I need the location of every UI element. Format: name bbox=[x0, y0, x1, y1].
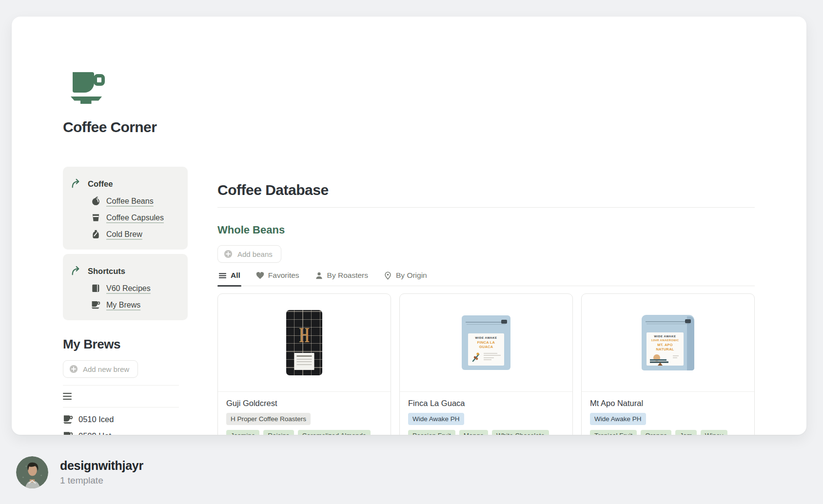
map-pin-icon bbox=[384, 271, 392, 280]
tab-label: By Origin bbox=[396, 271, 427, 280]
bean-card-grid: H Guji Goldcrest H Proper Coffee Roaster… bbox=[217, 293, 755, 435]
template-preview-panel: Coffee Corner Coffee bbox=[12, 17, 806, 435]
flavor-tag: Tropical Fruit bbox=[590, 430, 637, 435]
drag-handle-icon[interactable] bbox=[63, 393, 72, 400]
bag-label bbox=[294, 353, 314, 370]
cold-brew-bottle-icon bbox=[91, 230, 100, 239]
flavor-tag-row: Tropical Fruit Orange Jam Winey bbox=[590, 430, 746, 435]
bag-name: FINCA LA GUACA bbox=[470, 340, 502, 349]
section-label: Shortcuts bbox=[88, 267, 125, 276]
bag-label: WIDE AWAKE 12HR ANAEROBIC MT. APO NATURA… bbox=[647, 332, 684, 366]
tab-by-roasters[interactable]: By Roasters bbox=[314, 271, 369, 286]
flavor-tag-row: Jasmine Raisins Caramelized Almonds bbox=[226, 430, 382, 435]
tab-favorites[interactable]: Favorites bbox=[255, 271, 300, 286]
roaster-tag-row: H Proper Coffee Roasters bbox=[226, 413, 382, 425]
sidebar-link-label: Coffee Beans bbox=[106, 197, 154, 206]
plus-icon bbox=[69, 365, 78, 373]
product-image: WIDE AWAKE FINCA LA GUACA bbox=[400, 294, 572, 392]
workspace-title: Coffee Corner bbox=[63, 119, 191, 136]
bag-monogram: H bbox=[286, 323, 322, 348]
brew-entry-0509-hot[interactable]: 0509 Hot bbox=[63, 431, 191, 435]
view-tabs: All Favorites By Roasters bbox=[217, 271, 755, 286]
coffee-card-mt-apo-natural[interactable]: WIDE AWAKE 12HR ANAEROBIC MT. APO NATURA… bbox=[581, 293, 755, 435]
card-body: Guji Goldcrest H Proper Coffee Roasters … bbox=[218, 392, 391, 435]
card-body: Finca La Guaca Wide Awake PH Passion Fru… bbox=[400, 392, 572, 435]
add-new-brew-label: Add new brew bbox=[83, 365, 129, 373]
curved-arrow-icon bbox=[71, 178, 81, 189]
flavor-tag: Jasmine bbox=[226, 430, 259, 435]
coffee-cup-icon bbox=[91, 300, 100, 310]
coffee-cup-icon bbox=[63, 415, 73, 424]
sidebar-link-label: Coffee Capsules bbox=[106, 213, 164, 222]
flavor-tag: Winey bbox=[701, 430, 728, 435]
bag-brand: WIDE AWAKE bbox=[470, 336, 502, 339]
sidebar-link-coffee-capsules[interactable]: Coffee Capsules bbox=[91, 213, 180, 222]
sidebar-section-coffee: Coffee Coffee Beans bbox=[63, 167, 188, 250]
avatar[interactable] bbox=[16, 456, 48, 488]
sidebar-link-coffee-beans[interactable]: Coffee Beans bbox=[91, 196, 180, 206]
bag-subtitle: 12HR ANAEROBIC bbox=[648, 339, 682, 342]
brew-entry-label: 0510 Iced bbox=[78, 415, 114, 424]
sidebar-link-my-brews[interactable]: My Brews bbox=[91, 300, 180, 310]
flavor-tag: Mango bbox=[459, 430, 488, 435]
bag-illustration bbox=[648, 353, 682, 366]
flavor-tag: Caramelized Almonds bbox=[298, 430, 371, 435]
coffee-bean-icon bbox=[91, 196, 100, 206]
coffee-card-finca-la-guaca[interactable]: WIDE AWAKE FINCA LA GUACA bbox=[399, 293, 573, 435]
coffee-card-guji-goldcrest[interactable]: H Guji Goldcrest H Proper Coffee Roaster… bbox=[217, 293, 391, 435]
product-image: WIDE AWAKE 12HR ANAEROBIC MT. APO NATURA… bbox=[582, 294, 754, 392]
page-title: Coffee Database bbox=[217, 181, 755, 199]
author-name[interactable]: designwithjayr bbox=[60, 459, 143, 473]
sidebar: Coffee Corner Coffee bbox=[63, 72, 191, 435]
sidebar-link-label: V60 Recipes bbox=[106, 284, 151, 293]
tab-label: All bbox=[231, 271, 240, 280]
flavor-tag: White Chocolate bbox=[492, 430, 549, 435]
card-title: Finca La Guaca bbox=[408, 399, 564, 408]
author-info: designwithjayr 1 template bbox=[60, 459, 143, 486]
add-beans-button[interactable]: Add beans bbox=[217, 245, 281, 263]
flavor-tag: Raisins bbox=[263, 430, 294, 435]
page: Coffee Corner Coffee bbox=[0, 0, 823, 504]
main-content: Coffee Database Whole Beans Add beans Al… bbox=[217, 181, 755, 435]
add-new-brew-button[interactable]: Add new brew bbox=[63, 360, 138, 378]
roaster-tag-row: Wide Awake PH bbox=[408, 413, 564, 425]
template-count: 1 template bbox=[60, 475, 143, 486]
list-icon bbox=[218, 271, 227, 280]
person-icon bbox=[315, 271, 323, 280]
sidebar-link-v60-recipes[interactable]: V60 Recipes bbox=[91, 284, 180, 293]
product-image: H bbox=[218, 294, 391, 392]
flavor-tag-row: Passion Fruit Mango White Chocolate Wine… bbox=[408, 430, 564, 435]
book-icon bbox=[91, 284, 100, 293]
coffee-bag-image: WIDE AWAKE FINCA LA GUACA bbox=[462, 315, 510, 370]
add-beans-label: Add beans bbox=[237, 250, 273, 258]
sidebar-link-cold-brew[interactable]: Cold Brew bbox=[91, 230, 180, 239]
divider bbox=[217, 207, 755, 208]
section-header: Shortcuts bbox=[71, 266, 180, 276]
section-label: Coffee bbox=[88, 179, 113, 189]
brew-entry-0510-iced[interactable]: 0510 Iced bbox=[63, 415, 191, 424]
brew-entry-label: 0509 Hot bbox=[78, 431, 111, 435]
roaster-tag-row: Wide Awake PH bbox=[590, 413, 746, 425]
coffee-bag-image: WIDE AWAKE 12HR ANAEROBIC MT. APO NATURA… bbox=[642, 315, 694, 370]
bag-brand: WIDE AWAKE bbox=[648, 335, 682, 338]
bag-illustration bbox=[470, 351, 502, 363]
flavor-tag: Passion Fruit bbox=[408, 430, 455, 435]
coffee-capsule-icon bbox=[91, 213, 100, 222]
tab-label: Favorites bbox=[268, 271, 299, 280]
coffee-bag-image: H bbox=[286, 310, 322, 375]
card-title: Mt Apo Natural bbox=[590, 399, 746, 408]
divider bbox=[63, 385, 179, 386]
bag-label: WIDE AWAKE FINCA LA GUACA bbox=[468, 333, 504, 366]
author-footer: designwithjayr 1 template bbox=[16, 456, 143, 488]
sidebar-section-shortcuts: Shortcuts V60 Recipes bbox=[63, 254, 188, 320]
coffee-cup-icon bbox=[70, 72, 107, 106]
whole-beans-heading: Whole Beans bbox=[217, 223, 755, 237]
tab-by-origin[interactable]: By Origin bbox=[383, 271, 428, 286]
tab-label: By Roasters bbox=[327, 271, 368, 280]
tab-all[interactable]: All bbox=[217, 271, 241, 286]
sidebar-link-label: My Brews bbox=[106, 301, 140, 310]
roaster-tag: Wide Awake PH bbox=[590, 413, 646, 425]
my-brews-heading: My Brews bbox=[63, 337, 191, 352]
sidebar-link-label: Cold Brew bbox=[106, 230, 142, 239]
card-title: Guji Goldcrest bbox=[226, 399, 382, 408]
